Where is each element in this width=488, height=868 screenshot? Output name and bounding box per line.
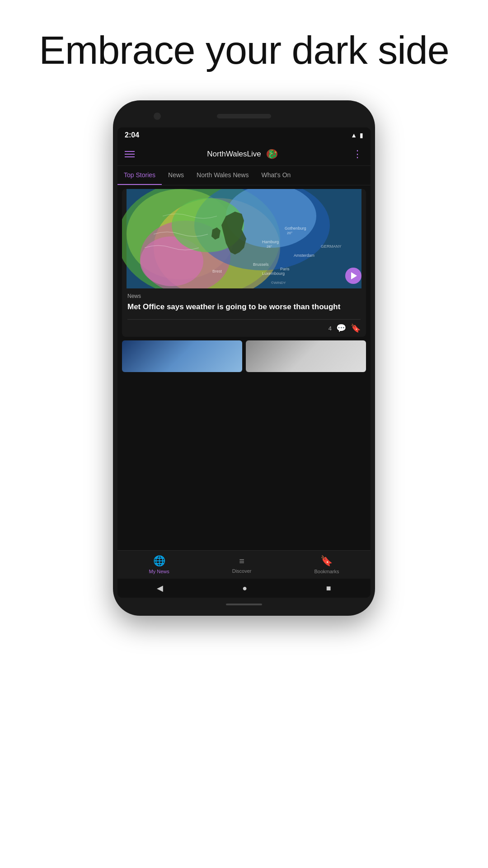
thumb-item-2[interactable] [246,340,366,372]
app-logo: NorthWalesLive 🐉 [207,147,280,161]
svg-text:Hamburg: Hamburg [262,240,279,244]
logo-light: Live [247,150,261,158]
svg-text:Amsterdam: Amsterdam [294,253,314,258]
bookmark-icon[interactable]: 🔖 [351,323,361,333]
nav-discover[interactable]: ≡ Discover [232,556,252,574]
my-news-label: My News [149,569,169,574]
comment-count: 4 [328,325,332,332]
tab-news[interactable]: News [162,166,190,185]
phone-bottom-hardware [117,598,371,611]
nav-my-news[interactable]: 🌐 My News [149,555,169,574]
tab-top-stories[interactable]: Top Stories [117,166,162,185]
svg-text:Brest: Brest [212,269,222,274]
dragon-icon: 🐉 [264,147,280,161]
more-options-button[interactable]: ⋮ [352,148,363,160]
svg-text:28°: 28° [267,245,272,249]
play-triangle-icon [351,272,357,279]
home-indicator [226,604,262,605]
bookmarks-icon: 🔖 [320,555,333,567]
android-nav-bar: ◀ ● ■ [117,579,371,598]
svg-text:Paris: Paris [280,267,290,271]
phone-camera [154,113,161,120]
thumb-item-1[interactable] [122,340,242,372]
news-image: Hamburg 28° Gothenburg 20° Amsterdam Bru… [122,189,366,288]
svg-text:Brussels: Brussels [253,262,269,267]
svg-text:🐉: 🐉 [267,149,277,159]
article-category: News [127,293,361,299]
tab-north-wales-news[interactable]: North Wales News [190,166,255,185]
status-bar: 2:04 ▲ ▮ [117,127,371,143]
android-home-button[interactable]: ● [242,584,247,593]
svg-text:20°: 20° [287,231,292,235]
play-video-button[interactable] [345,268,361,284]
thumbnail-row [117,340,371,375]
phone-screen: 2:04 ▲ ▮ NorthWalesLive 🐉 ⋮ [117,127,371,598]
hamburger-menu-button[interactable] [125,151,135,157]
android-back-button[interactable]: ◀ [157,583,163,593]
bookmarks-label: Bookmarks [314,569,339,574]
news-card-main[interactable]: Hamburg 28° Gothenburg 20° Amsterdam Bru… [122,189,366,337]
phone-device: 2:04 ▲ ▮ NorthWalesLive 🐉 ⋮ [113,100,375,616]
svg-text:Luxembourg: Luxembourg [262,271,285,276]
status-icons: ▲ ▮ [351,132,363,139]
logo-bold: NorthWales [207,150,247,158]
thumb-image-2 [246,340,366,372]
thumb-image-1 [122,340,242,372]
tab-whats-on[interactable]: What's On [255,166,297,185]
svg-text:Gothenburg: Gothenburg [285,226,306,231]
news-card-actions: 4 💬 🔖 [122,320,366,337]
phone-top-hardware [117,105,371,127]
signal-icon: ▲ [351,132,357,139]
bottom-nav: 🌐 My News ≡ Discover 🔖 Bookmarks [117,550,371,579]
article-title[interactable]: Met Office says weather is going to be w… [127,302,361,312]
discover-icon: ≡ [239,556,244,566]
svg-text:©WINDY: ©WINDY [271,281,286,285]
page-headline: Embrace your dark side [39,27,449,73]
discover-label: Discover [232,568,252,574]
nav-bookmarks[interactable]: 🔖 Bookmarks [314,555,339,574]
comment-icon[interactable]: 💬 [336,323,346,333]
status-time: 2:04 [125,131,139,139]
news-card-meta: News Met Office says weather is going to… [122,288,366,314]
app-logo-text: NorthWalesLive [207,150,261,159]
weather-map-svg: Hamburg 28° Gothenburg 20° Amsterdam Bru… [122,189,366,288]
category-tabs: Top Stories News North Wales News What's… [117,166,371,185]
svg-text:GERMANY: GERMANY [321,244,342,249]
my-news-icon: 🌐 [153,555,165,567]
app-topbar: NorthWalesLive 🐉 ⋮ [117,143,371,166]
phone-speaker [217,114,271,118]
battery-icon: ▮ [360,132,363,139]
android-recent-button[interactable]: ■ [326,584,331,593]
content-area: Hamburg 28° Gothenburg 20° Amsterdam Bru… [117,185,371,550]
